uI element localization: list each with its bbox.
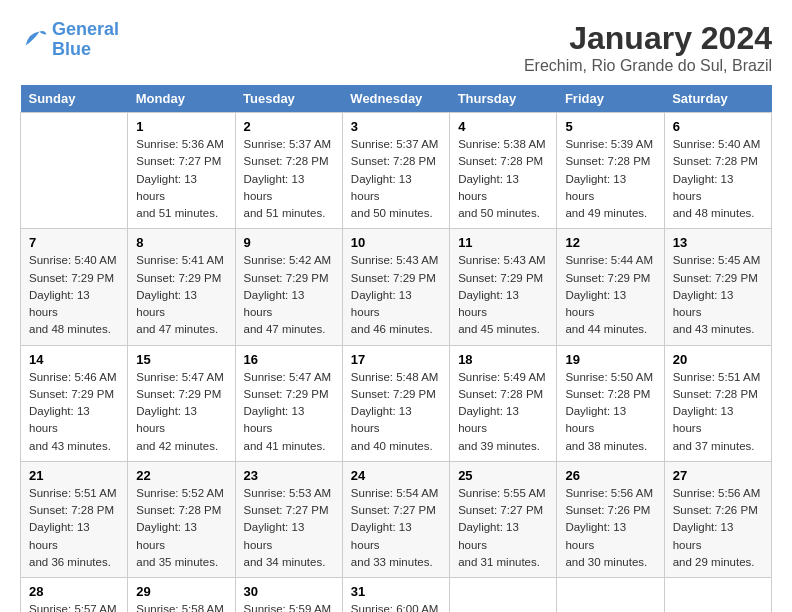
- week-row-5: 28Sunrise: 5:57 AM Sunset: 7:25 PM Dayli…: [21, 578, 772, 613]
- calendar-cell: 4Sunrise: 5:38 AM Sunset: 7:28 PM Daylig…: [450, 113, 557, 229]
- day-number: 28: [29, 584, 119, 599]
- day-number: 3: [351, 119, 441, 134]
- header-row: SundayMondayTuesdayWednesdayThursdayFrid…: [21, 85, 772, 113]
- header-cell-saturday: Saturday: [664, 85, 771, 113]
- day-number: 29: [136, 584, 226, 599]
- calendar-cell: 15Sunrise: 5:47 AM Sunset: 7:29 PM Dayli…: [128, 345, 235, 461]
- calendar-cell: 31Sunrise: 6:00 AM Sunset: 7:24 PM Dayli…: [342, 578, 449, 613]
- day-number: 13: [673, 235, 763, 250]
- calendar-cell: 29Sunrise: 5:58 AM Sunset: 7:25 PM Dayli…: [128, 578, 235, 613]
- day-info: Sunrise: 6:00 AM Sunset: 7:24 PM Dayligh…: [351, 601, 441, 612]
- calendar-cell: 8Sunrise: 5:41 AM Sunset: 7:29 PM Daylig…: [128, 229, 235, 345]
- day-number: 19: [565, 352, 655, 367]
- logo: General Blue: [20, 20, 119, 60]
- day-number: 24: [351, 468, 441, 483]
- calendar-cell: 24Sunrise: 5:54 AM Sunset: 7:27 PM Dayli…: [342, 461, 449, 577]
- day-info: Sunrise: 5:56 AM Sunset: 7:26 PM Dayligh…: [673, 485, 763, 571]
- header-cell-sunday: Sunday: [21, 85, 128, 113]
- header-cell-thursday: Thursday: [450, 85, 557, 113]
- day-info: Sunrise: 5:40 AM Sunset: 7:29 PM Dayligh…: [29, 252, 119, 338]
- week-row-3: 14Sunrise: 5:46 AM Sunset: 7:29 PM Dayli…: [21, 345, 772, 461]
- calendar-cell: 25Sunrise: 5:55 AM Sunset: 7:27 PM Dayli…: [450, 461, 557, 577]
- day-info: Sunrise: 5:59 AM Sunset: 7:25 PM Dayligh…: [244, 601, 334, 612]
- day-info: Sunrise: 5:44 AM Sunset: 7:29 PM Dayligh…: [565, 252, 655, 338]
- logo-icon: [20, 26, 48, 54]
- day-info: Sunrise: 5:58 AM Sunset: 7:25 PM Dayligh…: [136, 601, 226, 612]
- day-info: Sunrise: 5:56 AM Sunset: 7:26 PM Dayligh…: [565, 485, 655, 571]
- day-number: 20: [673, 352, 763, 367]
- calendar-cell: 1Sunrise: 5:36 AM Sunset: 7:27 PM Daylig…: [128, 113, 235, 229]
- calendar-cell: 17Sunrise: 5:48 AM Sunset: 7:29 PM Dayli…: [342, 345, 449, 461]
- calendar-cell: 3Sunrise: 5:37 AM Sunset: 7:28 PM Daylig…: [342, 113, 449, 229]
- day-number: 22: [136, 468, 226, 483]
- calendar-cell: [664, 578, 771, 613]
- day-info: Sunrise: 5:47 AM Sunset: 7:29 PM Dayligh…: [244, 369, 334, 455]
- day-number: 17: [351, 352, 441, 367]
- day-info: Sunrise: 5:40 AM Sunset: 7:28 PM Dayligh…: [673, 136, 763, 222]
- calendar-cell: 10Sunrise: 5:43 AM Sunset: 7:29 PM Dayli…: [342, 229, 449, 345]
- day-info: Sunrise: 5:45 AM Sunset: 7:29 PM Dayligh…: [673, 252, 763, 338]
- header-cell-wednesday: Wednesday: [342, 85, 449, 113]
- day-number: 10: [351, 235, 441, 250]
- header-cell-tuesday: Tuesday: [235, 85, 342, 113]
- day-number: 26: [565, 468, 655, 483]
- day-info: Sunrise: 5:48 AM Sunset: 7:29 PM Dayligh…: [351, 369, 441, 455]
- calendar-cell: 27Sunrise: 5:56 AM Sunset: 7:26 PM Dayli…: [664, 461, 771, 577]
- day-info: Sunrise: 5:53 AM Sunset: 7:27 PM Dayligh…: [244, 485, 334, 571]
- day-info: Sunrise: 5:46 AM Sunset: 7:29 PM Dayligh…: [29, 369, 119, 455]
- day-number: 18: [458, 352, 548, 367]
- calendar-cell: 7Sunrise: 5:40 AM Sunset: 7:29 PM Daylig…: [21, 229, 128, 345]
- main-title: January 2024: [524, 20, 772, 57]
- day-info: Sunrise: 5:38 AM Sunset: 7:28 PM Dayligh…: [458, 136, 548, 222]
- calendar-cell: 28Sunrise: 5:57 AM Sunset: 7:25 PM Dayli…: [21, 578, 128, 613]
- calendar-cell: 6Sunrise: 5:40 AM Sunset: 7:28 PM Daylig…: [664, 113, 771, 229]
- day-info: Sunrise: 5:37 AM Sunset: 7:28 PM Dayligh…: [351, 136, 441, 222]
- day-number: 5: [565, 119, 655, 134]
- calendar-cell: 20Sunrise: 5:51 AM Sunset: 7:28 PM Dayli…: [664, 345, 771, 461]
- week-row-1: 1Sunrise: 5:36 AM Sunset: 7:27 PM Daylig…: [21, 113, 772, 229]
- day-info: Sunrise: 5:55 AM Sunset: 7:27 PM Dayligh…: [458, 485, 548, 571]
- day-info: Sunrise: 5:47 AM Sunset: 7:29 PM Dayligh…: [136, 369, 226, 455]
- day-number: 9: [244, 235, 334, 250]
- calendar-table: SundayMondayTuesdayWednesdayThursdayFrid…: [20, 85, 772, 612]
- calendar-cell: 22Sunrise: 5:52 AM Sunset: 7:28 PM Dayli…: [128, 461, 235, 577]
- day-info: Sunrise: 5:52 AM Sunset: 7:28 PM Dayligh…: [136, 485, 226, 571]
- day-number: 16: [244, 352, 334, 367]
- calendar-cell: 21Sunrise: 5:51 AM Sunset: 7:28 PM Dayli…: [21, 461, 128, 577]
- calendar-cell: 26Sunrise: 5:56 AM Sunset: 7:26 PM Dayli…: [557, 461, 664, 577]
- calendar-cell: 9Sunrise: 5:42 AM Sunset: 7:29 PM Daylig…: [235, 229, 342, 345]
- page-header: General Blue January 2024 Erechim, Rio G…: [20, 20, 772, 75]
- day-number: 11: [458, 235, 548, 250]
- day-number: 1: [136, 119, 226, 134]
- calendar-cell: 11Sunrise: 5:43 AM Sunset: 7:29 PM Dayli…: [450, 229, 557, 345]
- day-number: 14: [29, 352, 119, 367]
- day-number: 21: [29, 468, 119, 483]
- day-number: 8: [136, 235, 226, 250]
- calendar-cell: [21, 113, 128, 229]
- day-info: Sunrise: 5:50 AM Sunset: 7:28 PM Dayligh…: [565, 369, 655, 455]
- day-number: 4: [458, 119, 548, 134]
- day-info: Sunrise: 5:43 AM Sunset: 7:29 PM Dayligh…: [351, 252, 441, 338]
- day-number: 12: [565, 235, 655, 250]
- subtitle: Erechim, Rio Grande do Sul, Brazil: [524, 57, 772, 75]
- calendar-cell: 30Sunrise: 5:59 AM Sunset: 7:25 PM Dayli…: [235, 578, 342, 613]
- header-cell-friday: Friday: [557, 85, 664, 113]
- logo-text: General Blue: [52, 20, 119, 60]
- day-info: Sunrise: 5:57 AM Sunset: 7:25 PM Dayligh…: [29, 601, 119, 612]
- day-info: Sunrise: 5:54 AM Sunset: 7:27 PM Dayligh…: [351, 485, 441, 571]
- day-info: Sunrise: 5:43 AM Sunset: 7:29 PM Dayligh…: [458, 252, 548, 338]
- calendar-cell: 5Sunrise: 5:39 AM Sunset: 7:28 PM Daylig…: [557, 113, 664, 229]
- day-number: 15: [136, 352, 226, 367]
- calendar-cell: 18Sunrise: 5:49 AM Sunset: 7:28 PM Dayli…: [450, 345, 557, 461]
- day-info: Sunrise: 5:49 AM Sunset: 7:28 PM Dayligh…: [458, 369, 548, 455]
- day-number: 31: [351, 584, 441, 599]
- day-number: 7: [29, 235, 119, 250]
- day-number: 30: [244, 584, 334, 599]
- calendar-cell: 13Sunrise: 5:45 AM Sunset: 7:29 PM Dayli…: [664, 229, 771, 345]
- calendar-cell: 19Sunrise: 5:50 AM Sunset: 7:28 PM Dayli…: [557, 345, 664, 461]
- day-info: Sunrise: 5:39 AM Sunset: 7:28 PM Dayligh…: [565, 136, 655, 222]
- day-info: Sunrise: 5:51 AM Sunset: 7:28 PM Dayligh…: [29, 485, 119, 571]
- calendar-cell: 14Sunrise: 5:46 AM Sunset: 7:29 PM Dayli…: [21, 345, 128, 461]
- week-row-4: 21Sunrise: 5:51 AM Sunset: 7:28 PM Dayli…: [21, 461, 772, 577]
- header-cell-monday: Monday: [128, 85, 235, 113]
